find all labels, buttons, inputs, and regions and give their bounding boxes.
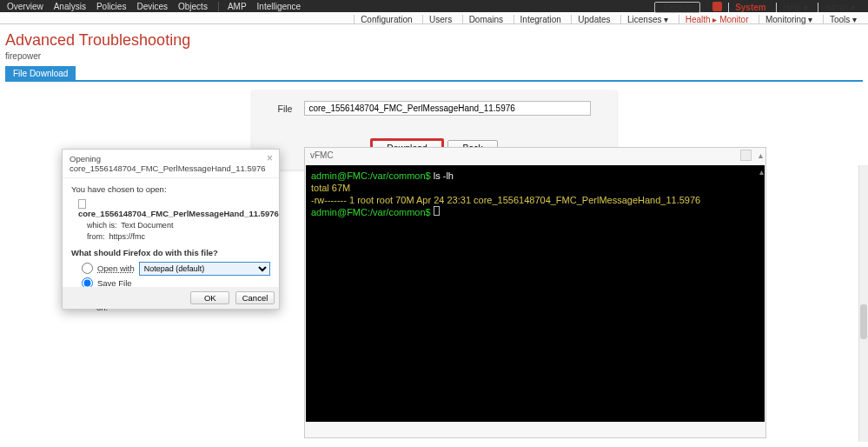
- nav-integration[interactable]: Integration: [514, 15, 567, 24]
- nav-objects[interactable]: Objects: [178, 2, 208, 11]
- dialog-question: What should Firefox do with this file?: [71, 248, 270, 257]
- terminal-title: vFMC: [310, 150, 334, 160]
- nav-tools[interactable]: Tools ▾: [823, 15, 863, 24]
- nav-monitoring[interactable]: Monitoring ▾: [759, 15, 818, 24]
- nav-intelligence[interactable]: Intelligence: [257, 2, 301, 11]
- dialog-filename: core_1556148704_FMC_PerlMessageHand_11.5…: [78, 209, 279, 218]
- app-select[interactable]: Notepad (default): [139, 262, 270, 276]
- download-dialog: Opening core_1556148704_FMC_PerlMessageH…: [62, 149, 280, 310]
- open-with-label: Open with: [97, 264, 135, 273]
- cancel-button[interactable]: Cancel: [235, 291, 275, 304]
- page-title: Advanced Troubleshooting: [5, 31, 863, 50]
- nav-policies[interactable]: Policies: [96, 2, 126, 11]
- dialog-title: Opening core_1556148704_FMC_PerlMessageH…: [63, 150, 279, 178]
- file-label: File: [278, 103, 293, 114]
- ok-button[interactable]: OK: [190, 291, 229, 304]
- scrollbar[interactable]: [858, 165, 868, 442]
- file-icon: [78, 199, 86, 209]
- scrollbar-thumb[interactable]: [860, 304, 867, 339]
- nav-analysis[interactable]: Analysis: [54, 2, 86, 11]
- open-with-radio[interactable]: [82, 263, 93, 274]
- nav-devices[interactable]: Devices: [136, 2, 168, 11]
- close-icon[interactable]: ×: [267, 152, 273, 164]
- chevron-up-icon[interactable]: ▴: [759, 167, 764, 177]
- tab-file-download[interactable]: File Download: [5, 66, 76, 81]
- nav-amp[interactable]: AMP: [218, 2, 247, 11]
- chevron-up-icon[interactable]: ▴: [759, 150, 763, 160]
- nav-overview[interactable]: Overview: [7, 2, 43, 11]
- chosen-text: You have chosen to open:: [71, 184, 270, 194]
- nav-domains[interactable]: Domains: [462, 15, 509, 24]
- terminal-window: vFMC ▴ admin@FMC:/var/common$ ls -lh tot…: [304, 147, 766, 438]
- nav-health-monitor[interactable]: Health ▸ Monitor: [679, 15, 755, 24]
- file-input[interactable]: [304, 101, 590, 116]
- nav-licenses[interactable]: Licenses ▾: [620, 15, 674, 24]
- terminal-cursor: [434, 206, 440, 216]
- terminal-grip[interactable]: [740, 150, 752, 161]
- page-subtitle: firepower: [5, 51, 863, 61]
- nav-configuration[interactable]: Configuration: [354, 15, 418, 24]
- terminal-body[interactable]: admin@FMC:/var/common$ ls -lh total 67M …: [306, 165, 765, 422]
- secondary-nav: Configuration Users Domains Integration …: [0, 12, 868, 24]
- nav-updates[interactable]: Updates: [571, 15, 616, 24]
- nav-users[interactable]: Users: [422, 15, 458, 24]
